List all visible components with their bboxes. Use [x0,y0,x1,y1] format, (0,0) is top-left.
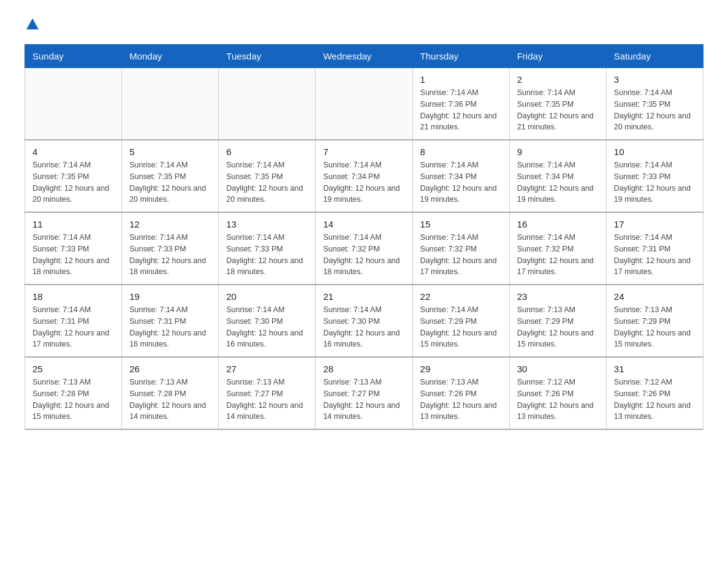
header-cell-thursday: Thursday [412,45,509,68]
day-cell: 7Sunrise: 7:14 AM Sunset: 7:34 PM Daylig… [316,140,412,212]
day-info: Sunrise: 7:14 AM Sunset: 7:31 PM Dayligh… [32,304,114,350]
day-cell: 28Sunrise: 7:13 AM Sunset: 7:27 PM Dayli… [316,357,412,429]
day-info: Sunrise: 7:13 AM Sunset: 7:29 PM Dayligh… [614,304,696,350]
week-row-1: 1Sunrise: 7:14 AM Sunset: 7:36 PM Daylig… [25,68,703,140]
day-cell [219,68,316,140]
day-info: Sunrise: 7:14 AM Sunset: 7:32 PM Dayligh… [517,232,599,278]
day-info: Sunrise: 7:13 AM Sunset: 7:28 PM Dayligh… [32,377,114,423]
day-info: Sunrise: 7:14 AM Sunset: 7:31 PM Dayligh… [614,232,696,278]
day-number: 12 [129,219,211,229]
logo [25,18,39,32]
day-number: 21 [323,291,404,302]
day-info: Sunrise: 7:14 AM Sunset: 7:33 PM Dayligh… [32,232,114,278]
day-info: Sunrise: 7:14 AM Sunset: 7:32 PM Dayligh… [420,232,502,278]
day-cell: 29Sunrise: 7:13 AM Sunset: 7:26 PM Dayli… [412,357,509,429]
header-cell-monday: Monday [122,45,219,68]
day-cell: 15Sunrise: 7:14 AM Sunset: 7:32 PM Dayli… [412,212,509,285]
day-info: Sunrise: 7:14 AM Sunset: 7:33 PM Dayligh… [226,232,308,278]
day-info: Sunrise: 7:14 AM Sunset: 7:35 PM Dayligh… [226,159,308,205]
day-number: 11 [32,219,114,229]
day-number: 15 [420,219,502,229]
day-info: Sunrise: 7:14 AM Sunset: 7:32 PM Dayligh… [323,232,404,278]
day-info: Sunrise: 7:14 AM Sunset: 7:31 PM Dayligh… [129,304,211,350]
day-number: 9 [517,147,599,157]
day-number: 29 [420,364,502,374]
day-cell: 25Sunrise: 7:13 AM Sunset: 7:28 PM Dayli… [25,357,122,429]
day-cell [122,68,219,140]
day-info: Sunrise: 7:14 AM Sunset: 7:34 PM Dayligh… [420,159,502,205]
day-info: Sunrise: 7:12 AM Sunset: 7:26 PM Dayligh… [614,377,696,423]
day-number: 6 [226,147,308,157]
day-info: Sunrise: 7:13 AM Sunset: 7:28 PM Dayligh… [129,377,211,423]
day-info: Sunrise: 7:13 AM Sunset: 7:26 PM Dayligh… [420,377,502,423]
day-cell: 8Sunrise: 7:14 AM Sunset: 7:34 PM Daylig… [412,140,509,212]
calendar-table: SundayMondayTuesdayWednesdayThursdayFrid… [25,44,703,430]
day-info: Sunrise: 7:12 AM Sunset: 7:26 PM Dayligh… [517,377,599,423]
day-number: 14 [323,219,404,229]
day-cell: 17Sunrise: 7:14 AM Sunset: 7:31 PM Dayli… [606,212,703,285]
day-cell: 21Sunrise: 7:14 AM Sunset: 7:30 PM Dayli… [316,285,412,357]
day-cell: 10Sunrise: 7:14 AM Sunset: 7:33 PM Dayli… [606,140,703,212]
day-cell: 3Sunrise: 7:14 AM Sunset: 7:35 PM Daylig… [606,68,703,140]
day-cell: 22Sunrise: 7:14 AM Sunset: 7:29 PM Dayli… [412,285,509,357]
header-cell-wednesday: Wednesday [316,45,412,68]
week-row-2: 4Sunrise: 7:14 AM Sunset: 7:35 PM Daylig… [25,140,703,212]
day-cell: 1Sunrise: 7:14 AM Sunset: 7:36 PM Daylig… [412,68,509,140]
day-number: 16 [517,219,599,229]
day-cell: 19Sunrise: 7:14 AM Sunset: 7:31 PM Dayli… [122,285,219,357]
day-cell: 11Sunrise: 7:14 AM Sunset: 7:33 PM Dayli… [25,212,122,285]
day-cell [25,68,122,140]
day-cell: 6Sunrise: 7:14 AM Sunset: 7:35 PM Daylig… [219,140,316,212]
day-number: 20 [226,291,308,302]
day-cell: 27Sunrise: 7:13 AM Sunset: 7:27 PM Dayli… [219,357,316,429]
day-info: Sunrise: 7:14 AM Sunset: 7:34 PM Dayligh… [517,159,599,205]
day-info: Sunrise: 7:13 AM Sunset: 7:29 PM Dayligh… [517,304,599,350]
day-cell: 23Sunrise: 7:13 AM Sunset: 7:29 PM Dayli… [509,285,606,357]
header-cell-sunday: Sunday [25,45,122,68]
day-cell: 5Sunrise: 7:14 AM Sunset: 7:35 PM Daylig… [122,140,219,212]
day-number: 30 [517,364,599,374]
day-number: 22 [420,291,502,302]
day-number: 25 [32,364,114,374]
day-cell: 31Sunrise: 7:12 AM Sunset: 7:26 PM Dayli… [606,357,703,429]
day-number: 1 [420,74,502,85]
day-info: Sunrise: 7:14 AM Sunset: 7:35 PM Dayligh… [32,159,114,205]
day-cell: 13Sunrise: 7:14 AM Sunset: 7:33 PM Dayli… [219,212,316,285]
day-number: 23 [517,291,599,302]
header-cell-saturday: Saturday [606,45,703,68]
day-number: 31 [614,364,696,374]
week-row-4: 18Sunrise: 7:14 AM Sunset: 7:31 PM Dayli… [25,285,703,357]
day-cell: 12Sunrise: 7:14 AM Sunset: 7:33 PM Dayli… [122,212,219,285]
day-number: 26 [129,364,211,374]
day-number: 18 [32,291,114,302]
day-number: 5 [129,147,211,157]
day-info: Sunrise: 7:14 AM Sunset: 7:35 PM Dayligh… [517,87,599,133]
day-info: Sunrise: 7:14 AM Sunset: 7:36 PM Dayligh… [420,87,502,133]
day-cell: 26Sunrise: 7:13 AM Sunset: 7:28 PM Dayli… [122,357,219,429]
day-cell [316,68,412,140]
logo-triangle-icon [26,18,39,29]
day-cell: 30Sunrise: 7:12 AM Sunset: 7:26 PM Dayli… [509,357,606,429]
day-info: Sunrise: 7:14 AM Sunset: 7:30 PM Dayligh… [226,304,308,350]
day-number: 10 [614,147,696,157]
day-info: Sunrise: 7:14 AM Sunset: 7:29 PM Dayligh… [420,304,502,350]
day-info: Sunrise: 7:14 AM Sunset: 7:33 PM Dayligh… [129,232,211,278]
day-number: 27 [226,364,308,374]
day-cell: 20Sunrise: 7:14 AM Sunset: 7:30 PM Dayli… [219,285,316,357]
header-row: SundayMondayTuesdayWednesdayThursdayFrid… [25,45,703,68]
day-number: 8 [420,147,502,157]
day-number: 3 [614,74,696,85]
day-cell: 4Sunrise: 7:14 AM Sunset: 7:35 PM Daylig… [25,140,122,212]
page-header [25,18,703,32]
day-cell: 18Sunrise: 7:14 AM Sunset: 7:31 PM Dayli… [25,285,122,357]
day-info: Sunrise: 7:14 AM Sunset: 7:34 PM Dayligh… [323,159,404,205]
day-number: 24 [614,291,696,302]
week-row-3: 11Sunrise: 7:14 AM Sunset: 7:33 PM Dayli… [25,212,703,285]
day-cell: 16Sunrise: 7:14 AM Sunset: 7:32 PM Dayli… [509,212,606,285]
day-info: Sunrise: 7:14 AM Sunset: 7:35 PM Dayligh… [614,87,696,133]
calendar-header: SundayMondayTuesdayWednesdayThursdayFrid… [25,45,703,68]
day-cell: 2Sunrise: 7:14 AM Sunset: 7:35 PM Daylig… [509,68,606,140]
calendar-body: 1Sunrise: 7:14 AM Sunset: 7:36 PM Daylig… [25,68,703,430]
day-info: Sunrise: 7:14 AM Sunset: 7:35 PM Dayligh… [129,159,211,205]
day-number: 17 [614,219,696,229]
